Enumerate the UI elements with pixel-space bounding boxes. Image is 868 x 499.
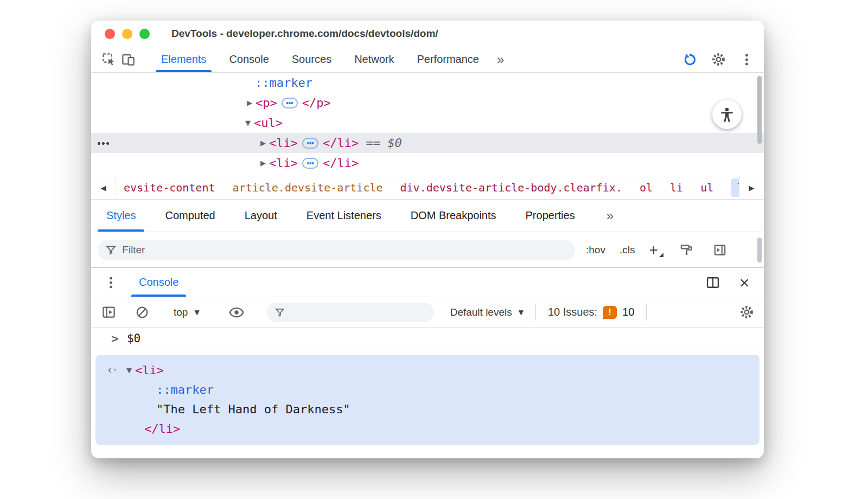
dom-tree-row[interactable]: ▶<li>…</li> bbox=[91, 153, 764, 173]
console-result-block[interactable]: ‹·▼<li>::marker"The Left Hand of Darknes… bbox=[95, 355, 760, 445]
console-settings-button[interactable] bbox=[737, 303, 756, 322]
toggle-element-state-button[interactable]: :hov bbox=[586, 244, 605, 256]
tab-console-drawer[interactable]: Console bbox=[135, 268, 183, 297]
console-filter-input[interactable] bbox=[290, 306, 426, 318]
token-arrow: ▶ bbox=[260, 139, 266, 147]
breadcrumb-item[interactable]: ol bbox=[640, 181, 653, 194]
chevron-down-icon: ▼ bbox=[194, 309, 199, 316]
accessibility-icon bbox=[719, 106, 735, 123]
fullscreen-window-button[interactable] bbox=[139, 29, 150, 39]
breadcrumb-item[interactable]: div.devsite-article-body.clearfix. bbox=[400, 181, 622, 194]
dock-sidebar-button[interactable] bbox=[710, 240, 730, 260]
tab-dom-breakpoints[interactable]: DOM Breakpoints bbox=[409, 200, 499, 232]
context-label: top bbox=[174, 306, 188, 318]
tab-event-listeners[interactable]: Event Listeners bbox=[304, 200, 384, 232]
console-filter-field[interactable] bbox=[267, 303, 434, 322]
console-history-row[interactable]: > $0 bbox=[91, 328, 764, 349]
element-classes-button[interactable]: .cls bbox=[620, 244, 635, 256]
tab-sources[interactable]: Sources bbox=[289, 47, 335, 72]
tab-layout[interactable]: Layout bbox=[242, 200, 279, 232]
close-drawer-button[interactable]: × bbox=[735, 273, 754, 292]
main-menu-button[interactable] bbox=[737, 50, 756, 69]
paint-roller-icon bbox=[679, 243, 693, 257]
token-ellipsis[interactable]: … bbox=[302, 158, 318, 169]
vertical-scrollbar[interactable] bbox=[757, 238, 762, 263]
chevron-down-icon: ▼ bbox=[519, 309, 524, 316]
console-result-line: </li> bbox=[95, 419, 760, 438]
issues-count: 10 bbox=[622, 306, 634, 318]
breadcrumb-item[interactable]: evsite-content bbox=[124, 181, 215, 194]
styles-filter-field[interactable] bbox=[98, 240, 575, 260]
token-arrow: ▶ bbox=[260, 159, 266, 167]
token-arrow: ▼ bbox=[126, 366, 132, 374]
breadcrumb-list: evsite-contentarticle.devsite-articlediv… bbox=[116, 178, 739, 197]
tab-performance[interactable]: Performance bbox=[414, 47, 483, 72]
tab-console[interactable]: Console bbox=[226, 47, 272, 72]
overflow-menu-icon[interactable] bbox=[98, 142, 111, 145]
chevron-left-icon: ◀ bbox=[101, 184, 106, 192]
settings-button[interactable] bbox=[709, 50, 728, 69]
eye-icon bbox=[228, 304, 245, 321]
console-messages: > $0 ‹·▼<li>::marker"The Left Hand of Da… bbox=[91, 328, 764, 458]
execution-context-selector[interactable]: top ▼ bbox=[174, 306, 200, 318]
more-panels-button[interactable]: » bbox=[494, 52, 507, 67]
sync-button[interactable] bbox=[680, 50, 700, 69]
filter-funnel-icon bbox=[105, 244, 117, 256]
tab-styles[interactable]: Styles bbox=[104, 200, 138, 232]
toolbar-right-actions bbox=[680, 50, 756, 69]
console-result-line: "The Left Hand of Darkness" bbox=[95, 399, 760, 419]
breadcrumb-scroll-left-button[interactable]: ◀ bbox=[91, 176, 116, 199]
issues-label: 10 Issues: bbox=[548, 306, 597, 318]
token-ellipsis[interactable]: … bbox=[302, 138, 318, 149]
tab-properties[interactable]: Properties bbox=[524, 200, 577, 232]
dom-tree-row[interactable]: ▶<li>…</li> == $0 bbox=[91, 133, 764, 153]
dom-tree-row[interactable]: ::marker bbox=[91, 73, 764, 93]
inspect-icon bbox=[101, 52, 116, 67]
close-window-button[interactable] bbox=[105, 29, 115, 39]
breadcrumb: ◀ evsite-contentarticle.devsite-articled… bbox=[91, 176, 764, 200]
breadcrumb-item[interactable]: article.devsite-article bbox=[233, 181, 383, 194]
breadcrumb-item[interactable]: ul bbox=[700, 181, 713, 194]
drawer-menu-button[interactable] bbox=[101, 273, 120, 292]
dom-tree-row[interactable]: ▶<p>…</p> bbox=[91, 93, 764, 113]
styles-filter-bar: :hov .cls + bbox=[91, 232, 764, 268]
rendering-emulation-button[interactable] bbox=[676, 240, 696, 260]
token-ellipsis[interactable]: … bbox=[282, 98, 298, 108]
minimize-window-button[interactable] bbox=[122, 29, 132, 39]
new-style-rule-button[interactable]: + bbox=[649, 242, 662, 258]
styles-filter-input[interactable] bbox=[122, 244, 567, 256]
kebab-menu-icon bbox=[110, 276, 112, 289]
clear-console-button[interactable] bbox=[132, 303, 152, 322]
split-panel-button[interactable] bbox=[703, 273, 723, 292]
console-tab-label: Console bbox=[139, 276, 178, 289]
styles-tab-list: StylesComputedLayoutEvent ListenersDOM B… bbox=[104, 200, 602, 232]
accessibility-fab-button[interactable] bbox=[712, 100, 742, 129]
dom-tree-row[interactable]: ▶<li>…</li> bbox=[91, 173, 764, 176]
window-titlebar: DevTools - developer.chrome.com/docs/dev… bbox=[91, 21, 764, 47]
dom-tree-row[interactable]: ▼<ul> bbox=[91, 113, 764, 133]
more-styles-tabs-button[interactable]: » bbox=[603, 208, 617, 223]
log-level-selector[interactable]: Default levels ▼ bbox=[450, 306, 524, 318]
divider bbox=[535, 304, 536, 321]
tab-computed[interactable]: Computed bbox=[163, 200, 217, 232]
breadcrumb-item[interactable]: li bbox=[731, 178, 739, 197]
breadcrumb-item[interactable]: li bbox=[670, 181, 683, 194]
inspect-element-button[interactable] bbox=[99, 50, 118, 69]
token-tag: </li> bbox=[323, 156, 359, 170]
token-meta: == bbox=[359, 136, 387, 150]
token-tag: <li> bbox=[269, 136, 298, 150]
log-level-label: Default levels bbox=[450, 306, 512, 318]
tab-elements[interactable]: Elements bbox=[158, 47, 209, 72]
live-expression-button[interactable] bbox=[227, 303, 246, 322]
breadcrumb-scroll-right-button[interactable]: ▶ bbox=[739, 176, 764, 199]
tab-network[interactable]: Network bbox=[351, 47, 397, 72]
sync-icon bbox=[682, 52, 698, 67]
token-tag: </li> bbox=[323, 136, 359, 150]
vertical-scrollbar[interactable] bbox=[757, 76, 762, 144]
device-toolbar-button[interactable] bbox=[118, 50, 138, 69]
clear-icon bbox=[135, 305, 149, 319]
console-sidebar-button[interactable] bbox=[99, 303, 118, 322]
chevron-right-icon: ▶ bbox=[749, 184, 755, 192]
issues-counter-button[interactable]: 10 Issues: ! 10 bbox=[548, 306, 634, 319]
gear-icon bbox=[711, 52, 726, 67]
